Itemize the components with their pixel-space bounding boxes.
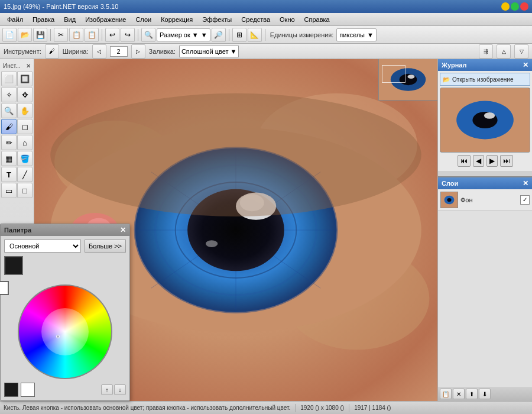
journal-last-button[interactable]: ⏭ [500, 155, 513, 167]
clone-stamp-tool[interactable]: ⌂ [17, 135, 33, 150]
menubar: ФайлПравкаВидИзображениеСлоиКоррекцияЭфф… [0, 13, 532, 26]
rect-shape-tool[interactable]: □ [17, 183, 33, 198]
svg-point-32 [484, 112, 495, 119]
delete-layer-button[interactable]: ✕ [453, 389, 465, 399]
background-swatch[interactable] [21, 383, 35, 397]
primary-color-swatch[interactable] [4, 256, 23, 275]
gradient-tool[interactable]: ▦ [1, 151, 17, 166]
add-layer-button[interactable]: 📋 [440, 389, 452, 399]
merge-layer-button[interactable]: ⬇ [479, 389, 491, 399]
menu-item-правка[interactable]: Правка [28, 15, 59, 24]
tool-hint: Кисть. Левая кнопка - использовать основ… [4, 405, 290, 411]
journal-panel: Журнал ✕ 📂 Открыть изображение [438, 59, 532, 177]
redo-button[interactable]: ↪ [121, 28, 135, 42]
paste-button[interactable]: 📋 [85, 28, 99, 42]
option2-button[interactable]: △ [497, 44, 511, 59]
cut-button[interactable]: ✂ [54, 28, 68, 42]
duplicate-layer-button[interactable]: ⬆ [466, 389, 478, 399]
save-button[interactable]: 💾 [33, 28, 47, 42]
pencil-tool[interactable]: ✏ [1, 135, 17, 150]
up-arrow-button[interactable]: ↑ [101, 384, 113, 395]
journal-first-button[interactable]: ⏮ [458, 155, 471, 167]
menu-item-окно[interactable]: Окно [275, 15, 300, 24]
ruler-button[interactable]: 📐 [248, 28, 262, 42]
zoom-dropdown[interactable]: Размер ок ▼ ▼ [157, 28, 210, 41]
rectangle-select-tool[interactable]: ⬜ [1, 71, 17, 86]
secondary-color-swatch[interactable] [0, 281, 9, 295]
menu-item-файл[interactable]: Файл [2, 15, 28, 24]
palette-close-button[interactable]: ✕ [120, 226, 126, 234]
journal-body: 📂 Открыть изображение ⏮ ◀ ▶ ⏭ [438, 71, 532, 171]
foreground-swatch[interactable] [4, 383, 18, 397]
down-arrow-button[interactable]: ↓ [114, 384, 126, 395]
palette-bottom: ↑ ↓ [4, 383, 126, 397]
journal-close-button[interactable]: ✕ [523, 61, 528, 69]
maximize-button[interactable] [511, 2, 519, 11]
tool-row: 🖌 ◻ [1, 119, 33, 134]
menu-item-вид[interactable]: Вид [59, 15, 80, 24]
close-button[interactable] [520, 2, 528, 11]
journal-thumbnail [440, 88, 530, 153]
zoom-out-button[interactable]: 🔎 [212, 28, 226, 42]
option1-button[interactable]: ⇶ [479, 44, 493, 59]
tool-row: ▭ □ [1, 183, 33, 198]
fill-dropdown[interactable]: Сплошной цвет ▼ [179, 46, 239, 57]
toolbar-separator [102, 29, 102, 41]
toolbar-separator [138, 29, 138, 41]
move-tool[interactable]: ✥ [17, 87, 33, 102]
layer-thumbnail [440, 192, 458, 208]
copy-button[interactable]: 📋 [69, 28, 83, 42]
menu-item-средства[interactable]: Средства [236, 15, 275, 24]
shapes-tool[interactable]: ▭ [1, 183, 17, 198]
undo-button[interactable]: ↩ [105, 28, 119, 42]
journal-action-icon: 📂 [443, 76, 450, 83]
open-button[interactable]: 📂 [18, 28, 32, 42]
grid-button[interactable]: ⊞ [232, 28, 246, 42]
text-tool[interactable]: T [1, 167, 17, 182]
toolbar-separator [229, 29, 229, 41]
eraser-tool[interactable]: ◻ [17, 119, 33, 134]
tool-indicator[interactable]: 🖌 [45, 44, 59, 59]
journal-next-button[interactable]: ▶ [486, 155, 498, 167]
tool-row: ✧ ✥ [1, 87, 33, 102]
palette-top: Основной Больше >> [4, 240, 126, 253]
journal-action-item[interactable]: 📂 Открыть изображение [440, 73, 530, 86]
width-increase[interactable]: ▷ [131, 44, 145, 59]
line-tool[interactable]: ╱ [17, 167, 33, 182]
list-item[interactable]: Фон ✓ [438, 189, 532, 211]
close-icon[interactable]: ✕ [26, 63, 31, 69]
palette-mode-dropdown[interactable]: Основной [4, 240, 81, 253]
pan-tool[interactable]: ✋ [17, 103, 33, 118]
layers-body[interactable]: Фон ✓ [438, 189, 532, 387]
layers-close-button[interactable]: ✕ [523, 179, 528, 187]
magic-wand-tool[interactable]: ✧ [1, 87, 17, 102]
lasso-tool[interactable]: 🔲 [17, 71, 33, 86]
left-toolbar-title: Инст... ✕ [1, 62, 33, 70]
zoom-tool[interactable]: 🔍 [1, 103, 17, 118]
width-input[interactable] [110, 46, 128, 57]
menu-item-коррекция[interactable]: Коррекция [156, 15, 197, 24]
color-wheel[interactable] [18, 284, 112, 379]
window-title: 15.jpg (49%) - Paint.NET версия 3.5.10 [4, 3, 501, 10]
menu-item-слои[interactable]: Слои [131, 15, 156, 24]
zoom-in-button[interactable]: 🔍 [141, 28, 155, 42]
width-label: Ширина: [63, 48, 89, 55]
new-button[interactable]: 📄 [2, 28, 17, 42]
journal-prev-button[interactable]: ◀ [473, 155, 484, 167]
paint-bucket-tool[interactable]: 🪣 [17, 151, 33, 166]
color-wheel-inner [41, 308, 89, 355]
paint-brush-tool[interactable]: 🖌 [1, 119, 17, 134]
minimize-button[interactable] [501, 2, 510, 11]
layers-panel: Слои ✕ Фон ✓ 📋 ✕ [438, 177, 532, 401]
toolbar-separator [265, 29, 265, 41]
width-decrease[interactable]: ◁ [92, 44, 106, 59]
option3-button[interactable]: ▽ [514, 44, 528, 59]
menu-item-изображение[interactable]: Изображение [80, 15, 131, 24]
menu-item-справка[interactable]: Справка [300, 15, 335, 24]
menu-item-эффекты[interactable]: Эффекты [197, 15, 236, 24]
svg-point-22 [50, 93, 421, 216]
palette-more-button[interactable]: Больше >> [85, 240, 126, 253]
units-dropdown[interactable]: пикселы ▼ [336, 28, 377, 41]
journal-controls: ⏮ ◀ ▶ ⏭ [440, 153, 530, 169]
layer-visibility-toggle[interactable]: ✓ [520, 195, 530, 205]
